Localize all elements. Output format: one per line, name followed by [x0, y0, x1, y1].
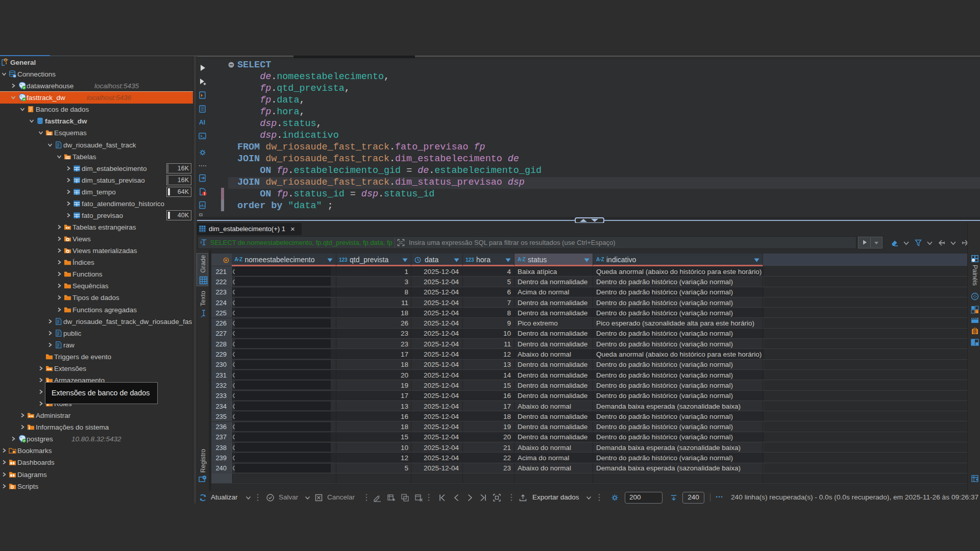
- svg-text:AI: AI: [199, 119, 205, 126]
